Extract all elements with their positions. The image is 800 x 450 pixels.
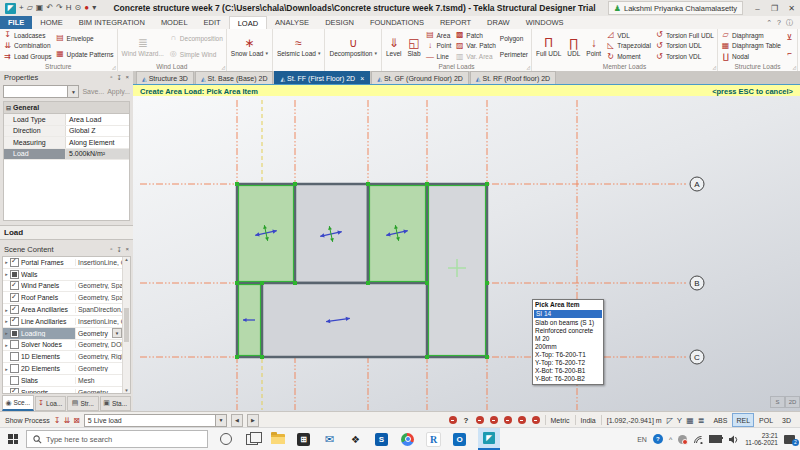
ribbon-tab-home[interactable]: HOME (32, 16, 71, 29)
level-button[interactable]: ⇓Level (384, 35, 404, 58)
ribbon-tab-report[interactable]: REPORT (432, 16, 479, 29)
status-indicator-icon[interactable] (476, 416, 484, 424)
taskbar-search-input[interactable]: Type here to search (26, 430, 208, 448)
collapse-ribbon-icon[interactable]: ⌃ (766, 19, 772, 27)
coord-mode-3d[interactable]: 3D (778, 413, 795, 427)
coord-mode-abs[interactable]: ABS (709, 413, 731, 427)
pin-icon[interactable]: ↧ (116, 74, 121, 81)
expand-icon[interactable]: ▸ (3, 342, 10, 348)
coord-mode-pol[interactable]: POL (755, 413, 777, 427)
active-loadcase-combo[interactable]: 5 Live load ▼ (84, 414, 227, 427)
slab-button[interactable]: ◱Slab (406, 35, 423, 58)
update-patterns-button[interactable]: ▦Update Patterns (55, 49, 115, 59)
point-button[interactable]: ↓Point (425, 41, 453, 51)
scene-row-wind-panels[interactable]: Wind PanelsGeometry, Span... (3, 281, 130, 293)
expand-icon[interactable]: ▸ (3, 366, 10, 372)
status-indicator-icon[interactable] (449, 416, 457, 424)
taskbar-clock[interactable]: 23:21 11-06-2021 (745, 432, 778, 447)
network-icon[interactable] (693, 435, 703, 444)
unit-system-label[interactable]: Metric (551, 417, 570, 424)
user-account-button[interactable]: ♟ Lakshmi Priyanka Chalamalasetty (608, 1, 743, 15)
temperature-load-button[interactable]: ⊻ (784, 33, 795, 43)
checkbox-checked[interactable] (10, 258, 19, 267)
cortana-icon[interactable] (218, 432, 233, 447)
chevron-down-icon[interactable]: ▼ (67, 86, 78, 97)
perimeter-button[interactable]: Perimeter (499, 49, 529, 59)
scroll-thumb[interactable] (124, 308, 129, 342)
loadcases-icon[interactable]: ↧ (54, 416, 61, 425)
sync-blocked-icon[interactable] (678, 435, 687, 444)
chevron-down-icon[interactable]: ▼ (112, 328, 122, 338)
dock-tab-sce[interactable]: ◉Sce... (2, 395, 34, 411)
scene-row-solver-nodes[interactable]: ▸Solver NodesGeometry, DOF (3, 340, 130, 352)
open-icon[interactable]: ▱ (27, 4, 33, 12)
doc-tab-st-rf-roof-floor-2d[interactable]: ◭St. RF (Roof floor) 2D (470, 71, 556, 84)
scroll-up-icon[interactable]: ▲ (124, 257, 128, 262)
ribbon-tab-load[interactable]: LOAD (229, 16, 267, 29)
snow-load-button[interactable]: ∗Snow Load▾ (229, 35, 270, 58)
dropbox-icon[interactable]: ❖ (348, 432, 363, 447)
checkbox-checked[interactable] (10, 281, 19, 290)
close-icon[interactable]: × (125, 74, 129, 81)
microsoft-store-icon[interactable]: ⊞ (296, 432, 311, 447)
torsion-vdl-button[interactable]: ↺Torsion VDL (654, 52, 715, 62)
task-view-icon[interactable] (244, 432, 259, 447)
trapezoidal-button[interactable]: ◺Trapezoidal (605, 41, 652, 51)
chevron-down-icon[interactable]: ▼ (215, 415, 226, 426)
close-tab-icon[interactable]: × (360, 75, 364, 82)
draft-view-icon[interactable]: ◸ (667, 416, 673, 425)
checkbox-checked[interactable] (10, 388, 19, 394)
float-icon[interactable]: ▫ (110, 74, 112, 81)
dialog-launcher-icon[interactable]: ◿ (221, 65, 224, 70)
status-indicator-icon[interactable] (504, 416, 512, 424)
preset-combo[interactable]: ▼ (3, 85, 79, 98)
combinations-icon[interactable]: ⇊ (63, 416, 70, 425)
scroll-down-icon[interactable]: ▼ (124, 388, 128, 393)
close-button[interactable]: ✕ (783, 1, 800, 16)
property-row-load[interactable]: Load5.000kN/m² (4, 149, 129, 161)
torsion-full-udl-button[interactable]: ↺Torsion Full UDL (654, 30, 715, 40)
nodal-button[interactable]: ∐Nodal (720, 52, 782, 62)
ribbon-tab-bim-integration[interactable]: BIM INTEGRATION (71, 16, 153, 29)
dialog-launcher-icon[interactable]: ◿ (112, 65, 115, 70)
ribbon-tab-foundations[interactable]: FOUNDATIONS (362, 16, 432, 29)
line-button[interactable]: ―Line (425, 52, 453, 62)
dialog-launcher-icon[interactable]: ◿ (793, 65, 796, 70)
moment-button[interactable]: ↻Moment (605, 52, 652, 62)
checkbox-unchecked[interactable] (10, 352, 19, 361)
ribbon-tab-edit[interactable]: EDIT (196, 16, 229, 29)
doc-tab-st-ff-first-floor-2d[interactable]: ◭St. FF (First Floor) 2D× (274, 71, 370, 84)
point-button[interactable]: ↓Point (584, 35, 603, 58)
full-udl-button[interactable]: ΠFull UDL (534, 35, 563, 58)
doc-tab-st-gf-ground-floor-2d[interactable]: ◭St. GF (Ground Floor) 2D (371, 71, 469, 84)
tooltip-selected-item[interactable]: SI 14 (534, 310, 602, 318)
scene-row-2d-elements[interactable]: ▸2D ElementsGeometry (3, 363, 130, 375)
expand-icon[interactable]: ▸ (3, 318, 10, 324)
info-icon[interactable]: ⓘ (786, 18, 793, 28)
expand-icon[interactable]: ▸ (3, 271, 10, 277)
notification-center-icon[interactable]: 2 (784, 435, 795, 444)
doc-tab-structure-3d[interactable]: ◭Structure 3D (136, 71, 194, 84)
seismic-load-button[interactable]: ≈Seismic Load▾ (275, 35, 323, 58)
ribbon-tab-draw[interactable]: DRAW (479, 16, 518, 29)
checkbox-checked[interactable] (10, 305, 19, 314)
apply-button[interactable]: Apply... (107, 88, 130, 95)
app-s-icon[interactable]: S (374, 432, 389, 447)
scene-row-line-ancillaries[interactable]: ▸Line AncillariesInsertionLine, G... (3, 316, 130, 328)
torsion-udl-button[interactable]: ↺Torsion UDL (654, 41, 715, 51)
slab-panel[interactable] (262, 283, 427, 357)
scrollbar[interactable]: ▲ ▼ (122, 257, 130, 393)
more-icon[interactable]: ▾ (92, 4, 96, 12)
help-tray-icon[interactable]: ? (653, 434, 663, 444)
load-groups-button[interactable]: ⇉Load Groups (2, 52, 53, 62)
status-indicator-icon[interactable] (518, 416, 526, 424)
status-indicator-icon[interactable] (490, 416, 498, 424)
model-view-canvas[interactable]: A B C Pick Area Item SI 14 Slab on beams… (133, 96, 800, 412)
dialog-launcher-icon[interactable]: ◿ (527, 65, 530, 70)
ribbon-tab-analyse[interactable]: ANALYSE (267, 16, 317, 29)
checkbox-checked[interactable] (10, 293, 19, 302)
diaphragm-table-button[interactable]: ▦Diaphragm Table (720, 41, 782, 51)
grid-icon[interactable]: ▦ (686, 416, 694, 425)
property-row-measuring[interactable]: MeasuringAlong Element (4, 137, 129, 149)
new-icon[interactable]: + (19, 4, 24, 12)
